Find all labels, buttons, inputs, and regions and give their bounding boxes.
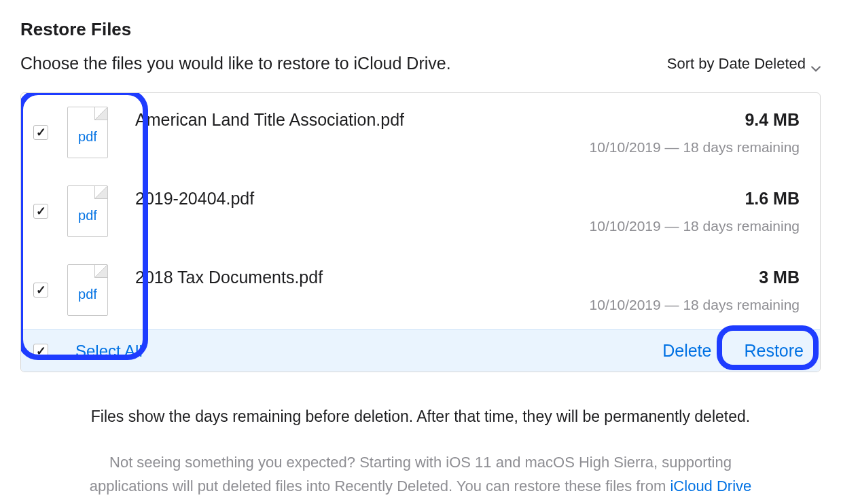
file-meta: 10/10/2019 — 18 days remaining — [135, 218, 800, 234]
table-row[interactable]: pdf 2018 Tax Documents.pdf 3 MB 10/10/20… — [21, 251, 820, 329]
chevron-down-icon — [811, 59, 821, 69]
page-title: Restore Files — [20, 19, 821, 40]
file-size: 1.6 MB — [745, 189, 800, 209]
file-info: American Land Title Association.pdf 9.4 … — [135, 110, 800, 156]
row-checkbox[interactable] — [33, 125, 48, 140]
select-all-button[interactable]: Select All — [33, 342, 143, 361]
file-meta: 10/10/2019 — 18 days remaining — [135, 139, 800, 156]
table-row[interactable]: pdf American Land Title Association.pdf … — [21, 93, 820, 172]
sort-label: Sort by Date Deleted — [667, 55, 806, 73]
file-name: American Land Title Association.pdf — [135, 110, 404, 130]
pdf-file-icon: pdf — [67, 107, 108, 158]
file-size: 3 MB — [759, 268, 800, 287]
file-info: 2018 Tax Documents.pdf 3 MB 10/10/2019 —… — [135, 268, 800, 313]
toolbar: Select All Delete Restore — [21, 329, 820, 372]
file-icon-label: pdf — [78, 287, 97, 302]
header-row: Choose the files you would like to resto… — [20, 54, 821, 73]
file-name: 2018 Tax Documents.pdf — [135, 268, 323, 287]
delete-button[interactable]: Delete — [662, 341, 711, 361]
file-icon-label: pdf — [78, 129, 97, 145]
sort-dropdown[interactable]: Sort by Date Deleted — [667, 55, 821, 73]
row-checkbox[interactable] — [33, 204, 48, 219]
pdf-file-icon: pdf — [67, 264, 108, 316]
icloud-drive-link[interactable]: iCloud Drive — [670, 478, 751, 494]
select-all-label: Select All — [75, 342, 143, 361]
footer-secondary: Not seeing something you expected? Start… — [81, 450, 760, 505]
file-icon-label: pdf — [78, 208, 97, 223]
file-list: pdf American Land Title Association.pdf … — [20, 92, 821, 372]
toolbar-actions: Delete Restore — [662, 341, 804, 361]
table-row[interactable]: pdf 2019-20404.pdf 1.6 MB 10/10/2019 — 1… — [21, 172, 820, 251]
row-checkbox[interactable] — [33, 283, 48, 298]
file-meta: 10/10/2019 — 18 days remaining — [135, 297, 800, 313]
file-info: 2019-20404.pdf 1.6 MB 10/10/2019 — 18 da… — [135, 189, 800, 234]
restore-button[interactable]: Restore — [744, 341, 804, 361]
pdf-file-icon: pdf — [67, 185, 108, 237]
footer-primary: Files show the days remaining before del… — [20, 405, 821, 429]
file-size: 9.4 MB — [745, 110, 800, 130]
instruction-text: Choose the files you would like to resto… — [20, 54, 451, 73]
file-name: 2019-20404.pdf — [135, 189, 254, 209]
select-all-checkbox[interactable] — [33, 344, 48, 359]
